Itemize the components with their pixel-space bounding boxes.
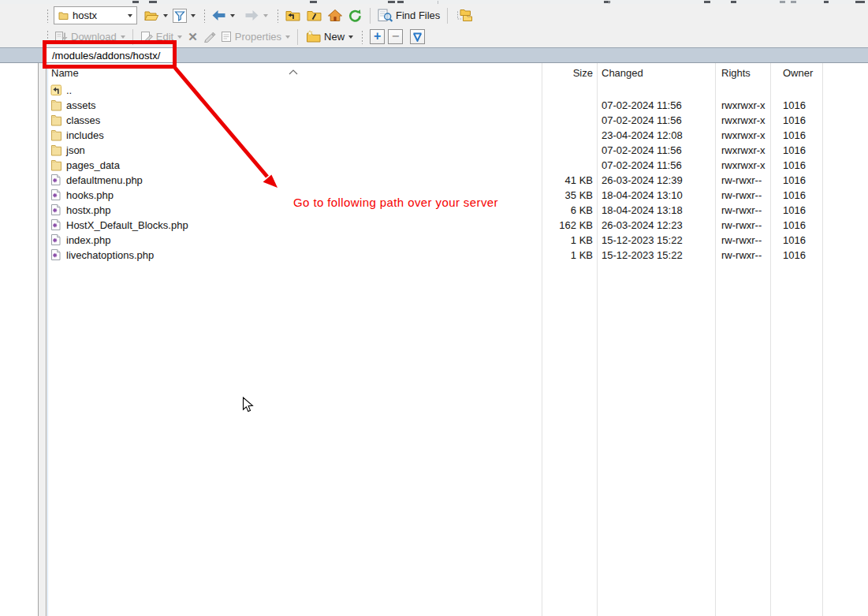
filter-button[interactable] bbox=[170, 8, 198, 24]
file-row[interactable]: defaultmenu.php 41 KB 26-03-2024 12:39 r… bbox=[0, 173, 868, 188]
file-list-panel: Name Size Changed Rights Owner .. assets… bbox=[0, 63, 868, 616]
column-header-changed[interactable]: Changed bbox=[602, 67, 643, 79]
file-rights: rw-rwxr-- bbox=[721, 248, 762, 263]
folder-icon bbox=[50, 159, 63, 172]
file-rows: .. assets 07-02-2024 11:56 rwxrwxr-x 101… bbox=[0, 83, 868, 263]
properties-button[interactable]: Properties bbox=[218, 30, 292, 43]
file-row[interactable]: assets 07-02-2024 11:56 rwxrwxr-x 1016 bbox=[0, 98, 868, 113]
synchronize-folders-button[interactable] bbox=[453, 7, 475, 24]
file-size: 1 KB bbox=[542, 233, 593, 248]
file-owner: 1016 bbox=[783, 143, 806, 158]
file-owner: 1016 bbox=[783, 233, 806, 248]
find-files-label: Find Files bbox=[396, 9, 440, 21]
file-size: 1 KB bbox=[542, 248, 593, 263]
folder-icon bbox=[50, 114, 63, 127]
file-row[interactable]: pages_data 07-02-2024 11:56 rwxrwxr-x 10… bbox=[0, 158, 868, 173]
file-row[interactable]: .. bbox=[0, 83, 868, 98]
refresh-button[interactable] bbox=[345, 8, 365, 24]
file-name: json bbox=[66, 143, 85, 158]
column-header-size[interactable]: Size bbox=[542, 67, 593, 79]
chevron-down-icon[interactable] bbox=[285, 35, 290, 39]
open-directory-button[interactable] bbox=[141, 9, 170, 23]
new-button[interactable]: New bbox=[303, 29, 356, 44]
file-changed: 07-02-2024 11:56 bbox=[602, 113, 682, 128]
folder-icon bbox=[50, 129, 63, 142]
winscp-remote-file-panel: hostx bbox=[0, 0, 868, 616]
chevron-down-icon[interactable] bbox=[348, 35, 353, 39]
chevron-down-icon[interactable] bbox=[128, 14, 132, 17]
chevron-down-icon[interactable] bbox=[230, 14, 235, 17]
toolbar-grip[interactable] bbox=[203, 9, 206, 23]
file-row[interactable]: HostX_Default_Blocks.php 162 KB 26-03-20… bbox=[0, 218, 868, 233]
column-header-name[interactable]: Name bbox=[51, 67, 79, 79]
minus-icon: − bbox=[392, 30, 399, 43]
file-rights: rw-rwxr-- bbox=[721, 188, 762, 203]
column-header-rights[interactable]: Rights bbox=[721, 67, 751, 79]
file-row[interactable]: json 07-02-2024 11:56 rwxrwxr-x 1016 bbox=[0, 143, 868, 158]
home-directory-button[interactable] bbox=[325, 8, 345, 23]
forward-button[interactable] bbox=[242, 9, 270, 22]
file-changed: 23-04-2024 12:08 bbox=[602, 128, 683, 143]
file-name: assets bbox=[66, 98, 96, 113]
mouse-cursor bbox=[242, 397, 258, 414]
ui-fragment bbox=[704, 1, 710, 3]
find-files-button[interactable]: Find Files bbox=[375, 8, 442, 24]
remove-button[interactable]: − bbox=[388, 29, 403, 44]
file-owner: 1016 bbox=[783, 113, 806, 128]
add-button[interactable]: + bbox=[370, 29, 385, 44]
file-size: 6 KB bbox=[542, 203, 593, 218]
file-changed: 26-03-2024 12:39 bbox=[602, 173, 683, 188]
delete-button[interactable]: ✕ bbox=[184, 30, 201, 44]
file-changed: 07-02-2024 11:56 bbox=[602, 98, 682, 113]
file-name: .. bbox=[66, 83, 72, 98]
file-owner: 1016 bbox=[783, 188, 806, 203]
parent-directory-button[interactable] bbox=[282, 8, 304, 23]
panel-splitter[interactable] bbox=[38, 63, 47, 616]
session-folder-icon bbox=[58, 11, 69, 21]
forward-icon bbox=[244, 9, 259, 21]
ui-fragment bbox=[824, 1, 829, 3]
chevron-down-icon[interactable] bbox=[163, 14, 168, 17]
file-changed: 07-02-2024 11:56 bbox=[602, 158, 682, 173]
file-row[interactable]: classes 07-02-2024 11:56 rwxrwxr-x 1016 bbox=[0, 113, 868, 128]
file-owner: 1016 bbox=[783, 203, 806, 218]
file-name: livechatoptions.php bbox=[66, 248, 154, 263]
file-rights: rwxrwxr-x bbox=[721, 128, 766, 143]
toolbar-navigation-row: hostx bbox=[0, 4, 868, 27]
back-button[interactable] bbox=[209, 9, 237, 22]
ui-fragment bbox=[780, 1, 785, 3]
chevron-down-icon[interactable] bbox=[191, 14, 196, 17]
root-directory-button[interactable] bbox=[304, 8, 325, 23]
file-name: hooks.php bbox=[66, 188, 114, 203]
chevron-down-icon[interactable] bbox=[121, 35, 125, 39]
toolbar-separator bbox=[370, 8, 371, 24]
toolbar-grip[interactable] bbox=[361, 30, 363, 44]
file-size: 162 KB bbox=[542, 218, 593, 233]
column-header-owner[interactable]: Owner bbox=[783, 67, 813, 79]
back-icon bbox=[211, 9, 226, 21]
ui-fragment bbox=[791, 1, 796, 3]
file-row[interactable]: includes 23-04-2024 12:08 rwxrwxr-x 1016 bbox=[0, 128, 868, 143]
toolbar-grip[interactable] bbox=[47, 9, 49, 23]
toolbar-separator bbox=[447, 8, 448, 24]
file-size: 35 KB bbox=[542, 188, 593, 203]
file-name: defaultmenu.php bbox=[66, 173, 143, 188]
find-files-icon bbox=[378, 9, 393, 23]
ui-fragment bbox=[132, 1, 139, 3]
file-row[interactable]: index.php 1 KB 15-12-2023 15:22 rw-rwxr-… bbox=[0, 233, 868, 248]
file-owner: 1016 bbox=[783, 98, 806, 113]
php-file-icon bbox=[50, 218, 63, 232]
folder-icon bbox=[50, 144, 63, 157]
rename-button[interactable] bbox=[201, 30, 218, 43]
ui-fragment bbox=[388, 1, 395, 3]
chevron-down-icon[interactable] bbox=[263, 14, 268, 17]
chevron-down-icon[interactable] bbox=[177, 35, 182, 39]
toolbar-grip[interactable] bbox=[277, 9, 279, 23]
refresh-icon bbox=[348, 9, 363, 23]
file-row[interactable]: livechatoptions.php 1 KB 15-12-2023 15:2… bbox=[0, 248, 868, 263]
session-selector[interactable]: hostx bbox=[54, 6, 137, 24]
filter-ok-button[interactable] bbox=[410, 29, 425, 44]
file-rights: rwxrwxr-x bbox=[721, 158, 766, 173]
new-label: New bbox=[324, 31, 345, 43]
file-owner: 1016 bbox=[783, 173, 806, 188]
